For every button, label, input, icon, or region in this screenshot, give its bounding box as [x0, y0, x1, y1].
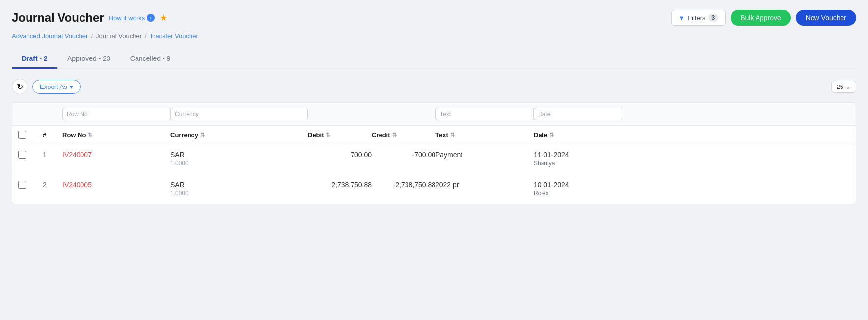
row-2-date-sub: Rolex — [534, 190, 622, 197]
row-1-date: 11-01-2024 — [534, 151, 622, 159]
breadcrumb-sep-2: / — [145, 32, 147, 40]
col-header-date: Date ⇅ — [534, 131, 622, 139]
how-it-works-link[interactable]: How it works i — [109, 14, 155, 22]
new-voucher-button[interactable]: New Voucher — [796, 10, 856, 26]
date-filter-input[interactable] — [534, 108, 622, 120]
breadcrumb-current: Journal Voucher — [96, 32, 142, 40]
row-1-currency-rate: 1.0000 — [170, 160, 308, 167]
col-header-debit: Debit ⇅ — [308, 131, 372, 139]
bulk-approve-button[interactable]: Bulk Approve — [731, 10, 791, 26]
col-header-row-no: Row No ⇅ — [62, 131, 170, 139]
export-as-label: Export As — [40, 83, 67, 90]
sort-text-icon[interactable]: ⇅ — [450, 132, 455, 138]
row-2-currency-rate: 1.0000 — [170, 190, 308, 197]
per-page-chevron-icon: ⌄ — [845, 83, 851, 90]
sort-date-icon[interactable]: ⇅ — [549, 132, 554, 138]
col-header-currency: Currency ⇅ — [170, 131, 308, 139]
row-2-text: 2022 pr — [435, 181, 534, 189]
info-icon: i — [147, 14, 155, 22]
filter-row — [12, 103, 856, 126]
table-row: 2 IV240005 SAR 1.0000 2,738,750.88 -2,73… — [12, 174, 856, 204]
col-header-text: Text ⇅ — [435, 131, 534, 139]
export-as-button[interactable]: Export As ▾ — [32, 80, 81, 94]
favorite-star-icon[interactable]: ★ — [160, 12, 167, 23]
filter-icon: ▼ — [678, 14, 685, 22]
tabs-container: Draft - 2 Approved - 23 Cancelled - 9 — [12, 50, 856, 69]
row-2-credit: -2,738,750.88 — [372, 181, 435, 189]
refresh-icon: ↻ — [17, 82, 23, 91]
row-1-text: Payment — [435, 151, 534, 159]
per-page-value: 25 — [837, 83, 843, 90]
row-1-date-sub: Shaniya — [534, 160, 622, 167]
col-header-credit: Credit ⇅ — [372, 131, 435, 139]
sort-debit-icon[interactable]: ⇅ — [326, 132, 330, 138]
row-1-currency: SAR — [170, 151, 308, 159]
refresh-button[interactable]: ↻ — [12, 79, 27, 94]
filters-button[interactable]: ▼ Filters 3 — [671, 10, 726, 26]
header-actions: ▼ Filters 3 Bulk Approve New Voucher — [671, 10, 856, 26]
breadcrumb: Advanced Journal Voucher / Journal Vouch… — [12, 32, 856, 40]
row-2-currency: SAR — [170, 181, 308, 189]
row-no-filter-input[interactable] — [62, 108, 170, 120]
filters-label: Filters — [688, 14, 705, 22]
tab-approved[interactable]: Approved - 23 — [57, 50, 120, 69]
column-headers: # Row No ⇅ Currency ⇅ Debit ⇅ Credit ⇅ T… — [12, 126, 856, 144]
row-1-checkbox[interactable] — [18, 151, 26, 159]
row-2-debit: 2,738,750.88 — [308, 181, 372, 189]
row-1-link[interactable]: IV240007 — [62, 151, 92, 159]
row-2-date: 10-01-2024 — [534, 181, 622, 189]
tab-draft[interactable]: Draft - 2 — [12, 50, 57, 69]
breadcrumb-transfer-link[interactable]: Transfer Voucher — [150, 32, 198, 40]
row-1-currency-cell: SAR 1.0000 — [170, 151, 308, 167]
breadcrumb-sep-1: / — [91, 32, 93, 40]
how-it-works-label: How it works — [109, 14, 145, 22]
per-page-selector[interactable]: 25 ⌄ — [831, 81, 856, 93]
row-1-date-cell: 11-01-2024 Shaniya — [534, 151, 622, 167]
currency-filter-input[interactable] — [170, 108, 308, 120]
row-1-num: 1 — [43, 151, 62, 159]
filters-count-badge: 3 — [708, 14, 719, 22]
row-2-num: 2 — [43, 181, 62, 189]
table-row: 1 IV240007 SAR 1.0000 700.00 -700.00 Pay… — [12, 144, 856, 174]
breadcrumb-advanced-link[interactable]: Advanced Journal Voucher — [12, 32, 88, 40]
row-2-link[interactable]: IV240005 — [62, 181, 92, 189]
select-all-checkbox[interactable] — [18, 131, 26, 139]
row-2-checkbox[interactable] — [18, 181, 26, 189]
sort-row-no-icon[interactable]: ⇅ — [88, 132, 92, 138]
page-title: Journal Voucher — [12, 11, 104, 25]
sort-currency-icon[interactable]: ⇅ — [200, 132, 205, 138]
chevron-down-icon: ▾ — [70, 83, 73, 90]
data-table: # Row No ⇅ Currency ⇅ Debit ⇅ Credit ⇅ T… — [12, 102, 856, 204]
sort-credit-icon[interactable]: ⇅ — [392, 132, 397, 138]
row-1-debit: 700.00 — [308, 151, 372, 159]
tab-cancelled[interactable]: Cancelled - 9 — [120, 50, 181, 69]
text-filter-input[interactable] — [435, 108, 534, 120]
toolbar: ↻ Export As ▾ 25 ⌄ — [12, 79, 856, 94]
col-header-hash: # — [43, 131, 62, 139]
row-1-credit: -700.00 — [372, 151, 435, 159]
row-2-date-cell: 10-01-2024 Rolex — [534, 181, 622, 197]
row-2-currency-cell: SAR 1.0000 — [170, 181, 308, 197]
